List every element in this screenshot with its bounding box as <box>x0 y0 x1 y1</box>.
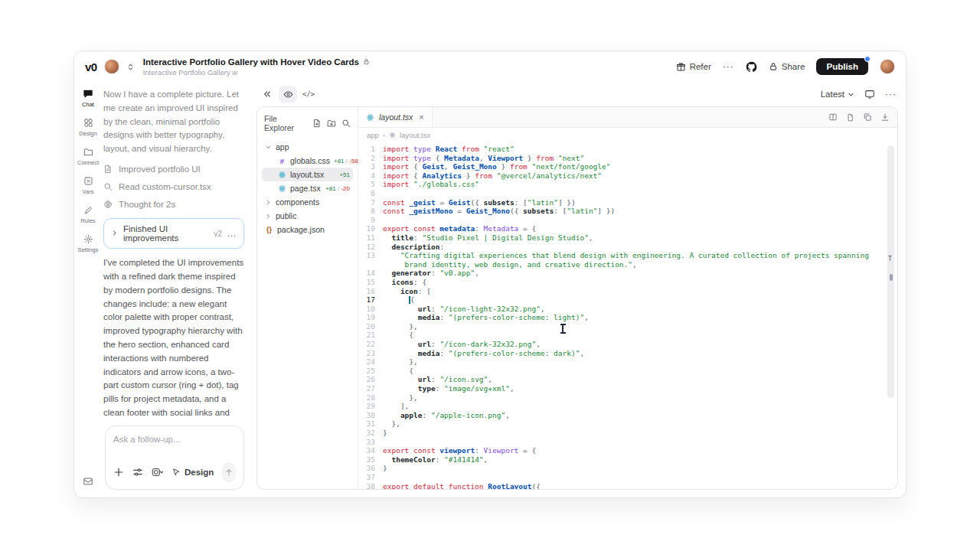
tree-item-package-json[interactable]: {}package.json <box>262 223 353 236</box>
code-line: 4import { Analytics } from "@vercel/anal… <box>358 171 897 181</box>
design-mode-button[interactable]: Design <box>172 468 214 477</box>
file-explorer-title: File Explorer <box>264 114 307 132</box>
attach-plus-icon[interactable] <box>113 467 124 478</box>
feedback-mail-icon[interactable] <box>83 476 93 487</box>
copy-file-icon[interactable] <box>863 112 872 122</box>
file-icon[interactable] <box>846 113 854 122</box>
breadcrumb-root[interactable]: app <box>367 131 379 139</box>
tree-item-app[interactable]: app <box>262 140 353 154</box>
open-in-browser-icon[interactable] <box>864 89 875 99</box>
header-more-button[interactable]: ··· <box>723 61 734 72</box>
rail-item-design[interactable]: Design <box>77 118 99 137</box>
chat-composer[interactable]: Ask a follow-up... Des <box>105 425 244 490</box>
code-line: 35 themeColor: "#141414", <box>358 455 897 465</box>
react-icon <box>366 113 374 122</box>
rail-item-label: Settings <box>77 246 98 253</box>
nav-rail: ChatDesignConnectVarsRulesSettings <box>74 82 102 497</box>
code-line: 28 }, <box>358 393 897 403</box>
assistant-message: Now I have a complete picture. Let me cr… <box>103 88 244 156</box>
code-line: 15 icons: { <box>358 278 897 287</box>
composer-placeholder[interactable]: Ask a follow-up... <box>113 435 236 444</box>
share-button[interactable]: Share <box>769 62 805 71</box>
rail-item-vars[interactable]: Vars <box>77 176 99 195</box>
diff-stats: +51 <box>339 171 350 178</box>
send-button[interactable] <box>222 462 236 482</box>
user-avatar[interactable] <box>880 59 895 74</box>
split-editor-icon[interactable] <box>828 112 838 122</box>
code-line: 27 type: "image/svg+xml", <box>358 384 897 393</box>
chat-step-thought-for-2s[interactable]: Thought for 2s <box>103 200 244 209</box>
project-title[interactable]: Interactive Portfolio Gallery with Hover… <box>143 57 359 67</box>
code-line: 20 }, <box>358 322 897 331</box>
code-view-icon[interactable]: </> <box>299 86 318 103</box>
chev-right-icon <box>265 199 272 206</box>
lock-icon <box>769 62 778 71</box>
code-line: 34export const viewport: Viewport = { <box>358 446 897 455</box>
project-avatar[interactable] <box>104 59 119 74</box>
tree-item-page-tsx[interactable]: page.tsx+81 / -20 <box>262 181 353 195</box>
collapse-panel-icon[interactable] <box>258 86 276 103</box>
version-selector[interactable]: Latest <box>821 90 854 99</box>
v0-logo[interactable]: v0 <box>85 60 97 73</box>
code-line: 17 { <box>358 295 897 305</box>
new-folder-icon[interactable] <box>327 119 336 128</box>
chevron-right-icon <box>111 229 118 238</box>
scrollbar[interactable]: T <box>887 145 894 398</box>
code-line: 29 ], <box>358 402 897 411</box>
gift-icon <box>676 62 686 72</box>
chat-step-read-custom-cursor-tsx[interactable]: Read custom-cursor.tsx <box>103 182 244 191</box>
workspace-more-button[interactable]: ··· <box>885 89 897 99</box>
rail-item-label: Rules <box>80 217 95 224</box>
settings-sliders-icon[interactable] <box>132 467 143 478</box>
code-line: 13 "Crafting digital experiences that bl… <box>358 251 897 269</box>
rail-item-rules[interactable]: Rules <box>77 205 99 224</box>
close-tab-icon[interactable]: × <box>419 112 423 122</box>
file-explorer: File Explorer app#globals.css+81 / -58la… <box>257 107 358 489</box>
tree-item-globals-css[interactable]: #globals.css+81 / -58 <box>262 154 353 168</box>
braces-icon: {} <box>265 226 273 233</box>
v0-app-window: v0 Interactive Portfolio Gallery with Ho… <box>74 51 906 498</box>
chev-down-icon <box>265 144 272 151</box>
model-selector-icon[interactable] <box>152 467 163 478</box>
code-line: 16 icon: [ <box>358 287 897 296</box>
code-line: 21 { <box>358 331 897 340</box>
new-file-icon[interactable] <box>312 119 322 128</box>
github-icon[interactable] <box>746 61 757 73</box>
preview-eye-icon[interactable] <box>279 86 297 103</box>
task-card-label: Finished UI improvements <box>123 224 208 243</box>
code-line: 31 }, <box>358 419 897 429</box>
refer-button[interactable]: Refer <box>676 62 711 72</box>
code-line: 32} <box>358 429 897 438</box>
scrollbar-thumb[interactable] <box>890 274 893 281</box>
code-editor: layout.tsx × <box>358 107 897 489</box>
chat-icon <box>83 88 93 99</box>
rail-item-label: Vars <box>83 188 94 195</box>
breadcrumb-file[interactable]: layout.tsx <box>400 131 430 139</box>
code-area[interactable]: 1import type React from "react"2import t… <box>358 142 897 489</box>
rail-item-chat[interactable]: Chat <box>77 88 99 108</box>
chat-transcript[interactable]: Now I have a complete picture. Let me cr… <box>103 88 250 418</box>
code-line: 36} <box>358 464 897 473</box>
rail-item-label: Chat <box>82 101 94 108</box>
connect-icon <box>83 147 93 157</box>
code-line: 1import type React from "react" <box>358 145 897 154</box>
cursor-pointer-icon <box>172 468 181 477</box>
tree-item-layout-tsx[interactable]: layout.tsx+51 <box>262 168 353 181</box>
tree-item-public[interactable]: public <box>262 209 353 223</box>
tree-item-components[interactable]: components <box>262 195 353 209</box>
tab-layout-tsx[interactable]: layout.tsx × <box>358 107 433 127</box>
rail-item-settings[interactable]: Settings <box>77 234 99 253</box>
search-files-icon[interactable] <box>341 119 351 128</box>
rail-item-connect[interactable]: Connect <box>77 147 99 166</box>
task-card-more-button[interactable]: ... <box>227 229 237 238</box>
chevron-down-icon <box>848 91 854 98</box>
project-switcher-icon[interactable] <box>126 63 135 71</box>
lock-icon <box>363 58 370 65</box>
task-card-finished-ui-improvements[interactable]: Finished UI improvements v2 ... <box>103 218 244 249</box>
react-icon <box>389 132 396 139</box>
download-icon[interactable] <box>880 112 890 122</box>
css-icon: # <box>278 157 286 165</box>
chat-step-improved-portfolio-ui[interactable]: Improved portfolio UI <box>103 165 244 174</box>
publish-notification-dot <box>864 56 871 62</box>
publish-button[interactable]: Publish <box>816 58 868 75</box>
